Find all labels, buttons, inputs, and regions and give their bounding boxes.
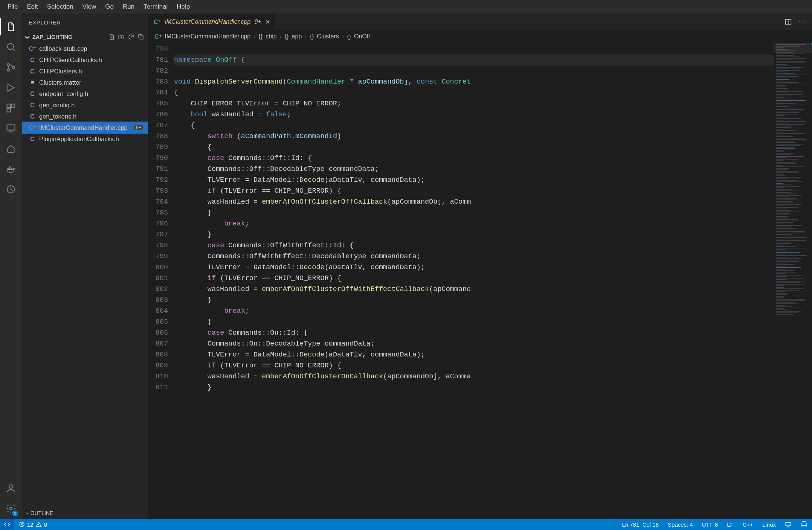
namespace-icon: {} — [259, 33, 263, 40]
menu-help[interactable]: Help — [172, 2, 194, 12]
explorer-icon[interactable] — [0, 17, 22, 37]
file-name: endpoint_config.h — [39, 90, 88, 97]
file-item[interactable]: Cgen_tokens.h — [22, 111, 148, 122]
tab-active[interactable]: C⁺ IMClusterCommandHandler.cpp 9+ ✕ — [148, 14, 276, 30]
menubar: FileEditSelectionViewGoRunTerminalHelp — [0, 0, 812, 14]
more-icon[interactable]: ··· — [799, 18, 806, 25]
svg-point-2 — [7, 69, 9, 71]
outline-section[interactable]: › OUTLINE — [22, 507, 148, 519]
code-editor[interactable]: 7807817827837847857867877887897907917927… — [148, 43, 774, 519]
tab-filename: IMClusterCommandHandler.cpp — [165, 18, 251, 25]
c-header-icon: C — [29, 56, 36, 64]
svg-point-1 — [7, 64, 9, 66]
refresh-icon[interactable] — [128, 34, 134, 40]
os-indicator[interactable]: Linux — [758, 521, 780, 528]
account-icon[interactable] — [0, 478, 22, 498]
svg-rect-6 — [7, 108, 11, 112]
settings-gear-icon[interactable]: 1 — [0, 498, 22, 519]
menu-go[interactable]: Go — [101, 2, 118, 12]
cpp-file-icon: C⁺ — [154, 18, 161, 26]
file-item[interactable]: ≡Clusters.matter — [22, 77, 148, 88]
file-name: IMClusterCommandHandler.cpp — [39, 124, 128, 131]
breadcrumb-segment[interactable]: chip — [266, 33, 276, 40]
sidebar-header: EXPLORER ··· — [22, 14, 148, 31]
namespace-icon: {} — [310, 33, 314, 40]
notifications-icon[interactable] — [796, 521, 812, 528]
split-editor-icon[interactable] — [785, 18, 792, 26]
svg-rect-7 — [7, 125, 15, 130]
svg-rect-15 — [139, 35, 142, 38]
extensions-icon[interactable] — [0, 98, 22, 118]
svg-point-0 — [8, 44, 14, 50]
code-content[interactable]: namespace OnOff { void DispatchServerCom… — [174, 43, 774, 519]
c-header-icon: C — [29, 102, 36, 109]
breadcrumb-segment[interactable]: IMClusterCommandHandler.cpp — [165, 33, 251, 40]
menu-selection[interactable]: Selection — [43, 2, 78, 12]
file-name: CHIPClientCallbacks.h — [39, 56, 102, 64]
c-header-icon: C — [29, 113, 36, 120]
problems-indicator[interactable]: 12 0 — [14, 521, 52, 528]
collapse-all-icon[interactable] — [137, 34, 144, 40]
svg-rect-4 — [7, 104, 11, 108]
menu-view[interactable]: View — [78, 2, 101, 12]
breadcrumb-segment[interactable]: app — [292, 33, 302, 40]
file-item[interactable]: CCHIPClusters.h — [22, 65, 148, 77]
menu-terminal[interactable]: Terminal — [139, 2, 172, 12]
activity-bar: 1 — [0, 14, 22, 519]
circle-icon[interactable] — [0, 179, 22, 200]
run-debug-icon[interactable] — [0, 78, 22, 98]
breadcrumb-segment[interactable]: Clusters — [317, 33, 339, 40]
menu-run[interactable]: Run — [118, 2, 139, 12]
breadcrumb-segment[interactable]: OnOff — [354, 33, 370, 40]
file-item[interactable]: C⁺callback-stub.cpp — [22, 43, 148, 54]
svg-rect-11 — [9, 166, 11, 168]
file-item[interactable]: C⁺IMClusterCommandHandler.cpp9+ — [22, 122, 148, 133]
minimap[interactable] — [774, 43, 812, 519]
eol[interactable]: LF — [722, 521, 738, 528]
docker-icon[interactable] — [0, 159, 22, 179]
file-item[interactable]: Cgen_config.h — [22, 99, 148, 111]
remote-explorer-icon[interactable] — [0, 118, 22, 139]
encoding[interactable]: UTF-8 — [698, 521, 723, 528]
esp-icon[interactable] — [0, 139, 22, 159]
file-name: callback-stub.cpp — [39, 45, 87, 52]
sidebar-more-icon[interactable]: ··· — [134, 19, 141, 26]
cpp-file-icon: C⁺ — [154, 33, 162, 40]
file-name: Clusters.matter — [39, 79, 81, 86]
namespace-icon: {} — [347, 33, 351, 40]
cursor-position[interactable]: Ln 781, Col 18 — [617, 521, 663, 528]
svg-point-3 — [12, 66, 15, 69]
file-name: gen_tokens.h — [39, 113, 76, 120]
menu-edit[interactable]: Edit — [22, 2, 42, 12]
c-header-icon: C — [29, 136, 36, 143]
indentation[interactable]: Spaces: 4 — [663, 521, 698, 528]
breadcrumb[interactable]: C⁺ IMClusterCommandHandler.cpp›{} chip›{… — [148, 30, 812, 43]
file-item[interactable]: CCHIPClientCallbacks.h — [22, 54, 148, 65]
file-item[interactable]: CPluginApplicationCallbacks.h — [22, 133, 148, 145]
editor-area: C⁺ IMClusterCommandHandler.cpp 9+ ✕ ··· … — [148, 14, 812, 519]
file-tree[interactable]: C⁺callback-stub.cppCCHIPClientCallbacks.… — [22, 43, 148, 507]
new-folder-icon[interactable] — [118, 34, 125, 40]
tab-badge: 9+ — [255, 18, 261, 25]
language-mode[interactable]: C++ — [738, 521, 758, 528]
search-icon[interactable] — [0, 37, 22, 57]
c-header-icon: C — [29, 68, 36, 75]
new-file-icon[interactable] — [108, 34, 115, 40]
menu-file[interactable]: File — [3, 2, 22, 12]
sidebar-title: EXPLORER — [29, 19, 61, 26]
source-control-icon[interactable] — [0, 57, 22, 78]
cpp-file-icon: C⁺ — [29, 124, 36, 131]
sidebar-section-header[interactable]: ZAP_LIGHTING — [22, 31, 148, 43]
file-name: PluginApplicationCallbacks.h — [39, 136, 119, 143]
c-header-icon: C — [29, 90, 36, 97]
remote-indicator[interactable] — [0, 519, 14, 530]
status-bar: 12 0 Ln 781, Col 18 Spaces: 4 UTF-8 LF C… — [0, 519, 812, 530]
line-gutter: 7807817827837847857867877887897907917927… — [148, 43, 174, 519]
chevron-down-icon — [26, 34, 31, 40]
folder-name: ZAP_LIGHTING — [32, 34, 72, 40]
file-item[interactable]: Cendpoint_config.h — [22, 88, 148, 99]
outline-label: OUTLINE — [31, 510, 53, 516]
feedback-icon[interactable] — [780, 521, 796, 528]
close-icon[interactable]: ✕ — [265, 18, 270, 26]
svg-rect-5 — [11, 104, 15, 108]
